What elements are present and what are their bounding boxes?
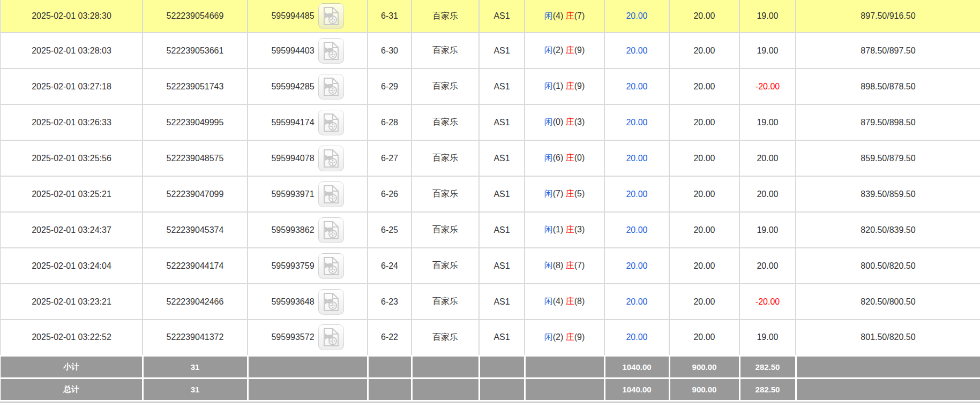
banker-points: (3): [574, 225, 585, 234]
bet-time: 2025-02-01 03:24:37: [1, 212, 143, 248]
subtotal-valid-bet: 900.00: [669, 355, 739, 378]
video-replay-button[interactable]: [318, 3, 344, 29]
player-points: (1): [553, 225, 564, 234]
video-replay-button[interactable]: [318, 74, 344, 100]
valid-bet-amount: 20.00: [669, 248, 739, 284]
video-replay-button[interactable]: [318, 38, 344, 64]
table-row[interactable]: 2025-02-01 03:26:33 522239049995 5959941…: [1, 104, 980, 140]
banker-result-label: 庄: [566, 11, 574, 20]
game-name: 百家乐: [412, 212, 479, 248]
video-replay-button[interactable]: [318, 324, 344, 350]
bet-id: 522239047099: [143, 176, 248, 212]
table-row[interactable]: 2025-02-01 03:25:56 522239048575 5959940…: [1, 140, 980, 176]
game-name: 百家乐: [412, 284, 479, 320]
bet-amount-link[interactable]: 20.00: [626, 82, 647, 91]
video-replay-button[interactable]: [318, 217, 344, 243]
table-name: AS1: [479, 320, 525, 355]
bet-amount-link[interactable]: 20.00: [626, 46, 647, 55]
bet-id: 522239049995: [143, 104, 248, 140]
bet-time: 2025-02-01 03:28:30: [1, 0, 143, 33]
banker-points: (9): [574, 332, 585, 342]
win-loss: 19.00: [739, 33, 796, 69]
video-replay-icon: [323, 257, 339, 275]
bet-amount-link[interactable]: 20.00: [626, 154, 647, 163]
bet-amount-link[interactable]: 20.00: [626, 11, 647, 20]
game-result: 闲(4) 庄(8): [525, 284, 604, 320]
banker-result-label: 庄: [566, 117, 574, 126]
video-replay-button[interactable]: [318, 181, 344, 207]
table-name: AS1: [479, 140, 525, 176]
banker-result-label: 庄: [566, 46, 574, 55]
bet-amount-link[interactable]: 20.00: [626, 297, 647, 306]
session-number: 6-30: [368, 33, 412, 69]
bet-history-screen: 2025-02-01 03:28:30 522239054669 5959944…: [0, 0, 980, 409]
bet-amount-cell: 20.00: [604, 140, 669, 176]
round-id-cell: 595993759: [248, 248, 368, 284]
valid-bet-amount: 20.00: [669, 0, 739, 33]
table-name: AS1: [479, 69, 525, 104]
total-row: 总计 31 1040.00 900.00 282.50: [1, 378, 980, 400]
player-result-label: 闲: [544, 332, 553, 342]
round-id: 595994403: [271, 46, 314, 56]
game-name: 百家乐: [412, 320, 479, 355]
table-row[interactable]: 2025-02-01 03:23:21 522239042466 5959936…: [1, 284, 980, 320]
balance: 878.50/897.50: [796, 33, 980, 69]
bet-amount-link[interactable]: 20.00: [626, 261, 647, 270]
bet-amount-link[interactable]: 20.00: [626, 118, 647, 127]
table-row[interactable]: 2025-02-01 03:28:03 522239053661 5959944…: [1, 33, 980, 69]
balance: 897.50/916.50: [796, 0, 980, 33]
video-replay-button[interactable]: [318, 253, 344, 279]
table-row[interactable]: 2025-02-01 03:24:37 522239045374 5959938…: [1, 212, 980, 248]
video-replay-button[interactable]: [318, 110, 344, 135]
bet-amount-cell: 20.00: [604, 320, 669, 355]
valid-bet-amount: 20.00: [669, 212, 739, 248]
table-row[interactable]: 2025-02-01 03:28:30 522239054669 5959944…: [1, 0, 980, 33]
video-replay-icon: [323, 185, 339, 203]
session-number: 6-31: [368, 0, 412, 33]
table-row[interactable]: 2025-02-01 03:24:04 522239044174 5959937…: [1, 248, 980, 284]
balance: 820.50/800.50: [796, 284, 980, 320]
bet-amount-link[interactable]: 20.00: [626, 332, 647, 342]
bet-amount-link[interactable]: 20.00: [626, 225, 647, 234]
bet-history-table: 2025-02-01 03:28:30 522239054669 5959944…: [0, 0, 980, 402]
round-id-cell: 595993572: [248, 320, 368, 355]
player-points: (2): [553, 46, 564, 55]
bet-amount-cell: 20.00: [604, 104, 669, 140]
session-number: 6-28: [368, 104, 412, 140]
summary-section: 小计 31 1040.00 900.00 282.50 总计 31: [1, 355, 980, 400]
bet-amount-link[interactable]: 20.00: [626, 190, 647, 199]
round-id-cell: 595994078: [248, 140, 368, 176]
game-result: 闲(8) 庄(7): [525, 248, 604, 284]
subtotal-label: 小计: [1, 355, 143, 378]
round-id-cell: 595994485: [248, 0, 368, 33]
banker-result-label: 庄: [566, 189, 574, 198]
table-row[interactable]: 2025-02-01 03:25:21 522239047099 5959939…: [1, 176, 980, 212]
bet-time: 2025-02-01 03:26:33: [1, 104, 143, 140]
bet-amount-cell: 20.00: [604, 284, 669, 320]
banker-points: (7): [574, 261, 585, 270]
session-number: 6-27: [368, 140, 412, 176]
video-replay-icon: [323, 42, 339, 60]
video-replay-button[interactable]: [318, 146, 344, 171]
round-id-cell: 595994174: [248, 104, 368, 140]
player-points: (4): [553, 297, 564, 306]
bet-time: 2025-02-01 03:24:04: [1, 248, 143, 284]
game-result: 闲(0) 庄(3): [525, 104, 604, 140]
valid-bet-amount: 20.00: [669, 176, 739, 212]
video-replay-icon: [323, 293, 339, 311]
bet-id: 522239045374: [143, 212, 248, 248]
game-name: 百家乐: [412, 69, 479, 104]
game-result: 闲(1) 庄(3): [525, 212, 604, 248]
total-count: 31: [143, 378, 248, 400]
round-id: 595994078: [271, 154, 314, 163]
valid-bet-amount: 20.00: [669, 104, 739, 140]
player-points: (4): [553, 11, 564, 20]
game-name: 百家乐: [412, 176, 479, 212]
total-valid-bet: 900.00: [669, 378, 739, 400]
player-result-label: 闲: [544, 297, 553, 306]
bet-amount-cell: 20.00: [604, 33, 669, 69]
table-name: AS1: [479, 284, 525, 320]
video-replay-button[interactable]: [318, 289, 344, 315]
table-row[interactable]: 2025-02-01 03:22:52 522239041372 5959935…: [1, 320, 980, 355]
table-row[interactable]: 2025-02-01 03:27:18 522239051743 5959942…: [1, 69, 980, 104]
